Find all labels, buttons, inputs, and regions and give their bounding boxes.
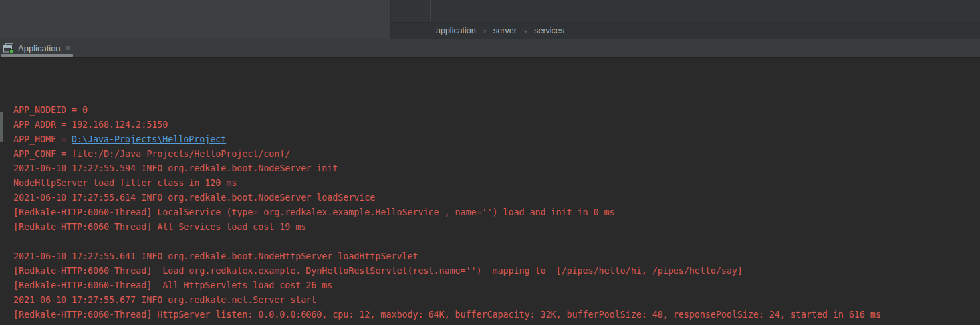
console-text: APP_NODEID = 0 bbox=[13, 105, 88, 115]
breadcrumb-item-application[interactable]: application bbox=[436, 26, 476, 35]
console-output[interactable]: APP_NODEID = 0APP_ADDR = 192.168.124.2:5… bbox=[0, 58, 980, 325]
breadcrumb-item-services[interactable]: services bbox=[534, 26, 564, 35]
console-text: [Redkale-HTTP:6060-Thread] LocalService … bbox=[13, 207, 615, 217]
console-text: 2021-06-10 17:27:55.641 INFO org.redkale… bbox=[13, 251, 418, 261]
close-icon[interactable]: × bbox=[64, 43, 72, 53]
console-line: [Redkale-HTTP:6060-Thread] HttpServer li… bbox=[13, 308, 980, 322]
ide-window: application›server›services Application … bbox=[0, 0, 980, 325]
breadcrumb-separator-icon: › bbox=[524, 27, 527, 35]
console-text: [Redkale-HTTP:6060-Thread] HttpServer li… bbox=[13, 310, 881, 320]
tab-selected-indicator bbox=[1, 54, 73, 57]
breadcrumb-item-server[interactable]: server bbox=[493, 26, 517, 35]
console-line: 2021-06-10 17:27:55.641 INFO org.redkale… bbox=[13, 249, 980, 264]
run-console-icon bbox=[3, 43, 14, 53]
run-tool-window-tab-bar: Application × bbox=[0, 39, 980, 58]
console-line: NodeHttpServer load filter class in 120 … bbox=[13, 176, 980, 191]
header-strip-cell bbox=[391, 0, 431, 22]
console-text: [Redkale-HTTP:6060-Thread] All HttpServl… bbox=[13, 280, 332, 290]
header-row: application›server›services bbox=[0, 0, 980, 39]
tab-application[interactable]: Application × bbox=[0, 39, 79, 57]
console-text: 2021-06-10 17:27:55.594 INFO org.redkale… bbox=[13, 163, 338, 173]
breadcrumb-separator-icon: › bbox=[483, 27, 486, 35]
console-text: [Redkale-HTTP:6060-Thread] Load org.redk… bbox=[13, 266, 743, 276]
console-line: 2021-06-10 17:27:55.677 INFO org.redkale… bbox=[13, 322, 980, 325]
console-text: APP_HOME = bbox=[13, 134, 72, 144]
console-line: [Redkale-HTTP:6060-Thread] All Services … bbox=[13, 220, 980, 235]
tab-label: Application bbox=[18, 43, 61, 53]
console-text: APP_ADDR = 192.168.124.2:5150 bbox=[13, 120, 168, 130]
console-line: 2021-06-10 17:27:55.594 INFO org.redkale… bbox=[13, 162, 980, 176]
app-home-link[interactable]: D:\Java-Projects\HelloProject bbox=[72, 134, 226, 144]
console-text: [Redkale-HTTP:6060-Thread] All Services … bbox=[13, 222, 306, 232]
header-strip-cell bbox=[431, 0, 980, 22]
console-line: APP_CONF = file:/D:/Java-Projects/HelloP… bbox=[13, 147, 980, 162]
console-line: [Redkale-HTTP:6060-Thread] Load org.redk… bbox=[13, 264, 980, 278]
header-strip bbox=[391, 0, 980, 22]
console-line: APP_NODEID = 0 bbox=[13, 103, 980, 118]
editor-area bbox=[0, 0, 391, 39]
console-line bbox=[13, 235, 980, 249]
console-line: [Redkale-HTTP:6060-Thread] All HttpServl… bbox=[13, 278, 980, 293]
console-line: 2021-06-10 17:27:55.677 INFO org.redkale… bbox=[13, 293, 980, 308]
console-line: 2021-06-10 17:27:55.614 INFO org.redkale… bbox=[13, 191, 980, 205]
breadcrumb: application›server›services bbox=[391, 22, 980, 39]
console-line: APP_ADDR = 192.168.124.2:5150 bbox=[13, 118, 980, 132]
scrollbar-thumb[interactable] bbox=[0, 112, 3, 142]
console-text: 2021-06-10 17:27:55.677 INFO org.redkale… bbox=[13, 295, 316, 305]
console-line: APP_HOME = D:\Java-Projects\HelloProject bbox=[13, 132, 980, 147]
console-text: 2021-06-10 17:27:55.614 INFO org.redkale… bbox=[13, 193, 375, 203]
console-text: NodeHttpServer load filter class in 120 … bbox=[13, 178, 237, 188]
console-line: [Redkale-HTTP:6060-Thread] LocalService … bbox=[13, 205, 980, 220]
console-text: APP_CONF = file:/D:/Java-Projects/HelloP… bbox=[13, 149, 290, 159]
header-right-panel: application›server›services bbox=[391, 0, 980, 39]
